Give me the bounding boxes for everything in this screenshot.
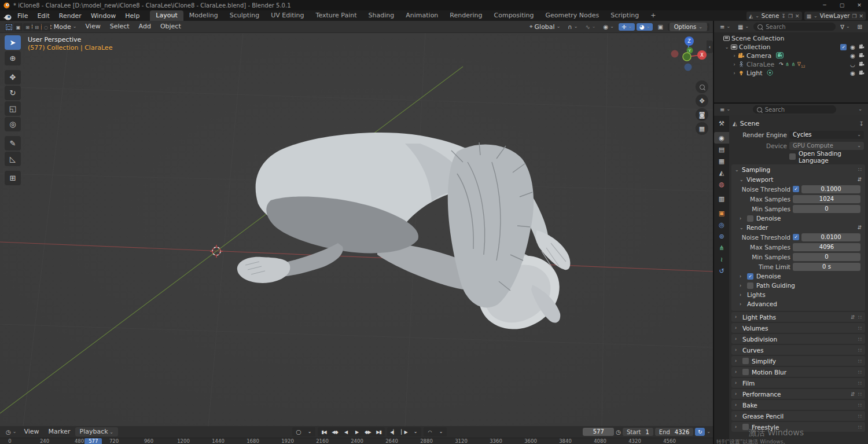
sampling-viewport-header[interactable]: ⌄ Viewport ⇵ (731, 175, 865, 184)
hide-viewport-toggle[interactable]: ◡ (850, 61, 855, 68)
outliner-item-scene-collection[interactable]: Scene Collection (714, 34, 868, 43)
perspective-toggle-button[interactable]: ▦ (696, 122, 708, 135)
next-keyframe-button[interactable]: ◆▶ (362, 428, 373, 436)
properties-search-input[interactable]: Search (753, 105, 836, 113)
select-mode-option-2[interactable]: ▣ (14, 23, 23, 31)
properties-tab-scene[interactable]: ◭ (714, 167, 729, 178)
play-reverse-button[interactable]: ◀ (340, 428, 351, 436)
hide-viewport-toggle[interactable]: ◉ (850, 44, 855, 50)
section-checkbox[interactable] (742, 369, 749, 375)
properties-options-dropdown[interactable]: ⌄ (855, 107, 865, 112)
navigation-gizmo[interactable]: Z X Y (665, 34, 709, 75)
menu-edit[interactable]: Edit (32, 12, 54, 21)
snap-toggle[interactable]: ∩ ⌄ (565, 23, 580, 31)
tab-rendering[interactable]: Rendering (444, 10, 488, 21)
expand-icon[interactable]: › (731, 71, 737, 76)
grip-icon[interactable]: ∷ (858, 380, 862, 386)
blender-icon[interactable] (3, 14, 12, 20)
maximize-button[interactable]: ▢ (833, 0, 851, 10)
menu-window[interactable]: Window (86, 12, 120, 21)
viewport-menu-select[interactable]: Select (105, 22, 134, 31)
minimize-button[interactable]: ─ (816, 0, 833, 10)
grip-icon[interactable]: ∷ (858, 325, 862, 331)
section-curves[interactable]: ›Curves∷ (731, 345, 865, 355)
section-film[interactable]: ›Film∷ (731, 378, 865, 388)
pin-icon[interactable]: ↧ (859, 120, 864, 127)
select-mode-option-5[interactable]: ◌ (42, 23, 50, 31)
grip-icon[interactable]: ∷ (858, 391, 862, 397)
properties-tab-object-data[interactable]: ⋔ (714, 242, 729, 254)
play-forward-button[interactable]: ▶ (351, 428, 362, 436)
properties-tab-collection[interactable]: ▥ (714, 193, 729, 204)
noise-threshold-checkbox[interactable]: ✓ (793, 186, 799, 192)
viewport-canvas[interactable] (0, 32, 713, 426)
stopwatch-icon[interactable]: ◷ (616, 429, 621, 435)
grip-icon[interactable]: ∷ (858, 314, 862, 320)
close-icon[interactable]: ✕ (859, 13, 863, 19)
noise-threshold-field[interactable]: 0.1000 (801, 185, 860, 193)
sampling-render-header[interactable]: ⌄ Render ⇵ (731, 223, 865, 232)
end-frame-field[interactable]: End 4326 (655, 428, 693, 436)
tab-animation[interactable]: Animation (400, 10, 444, 21)
render-engine-dropdown[interactable]: Cycles ⌄ (789, 131, 864, 139)
transform-tool[interactable]: ◎ (5, 117, 21, 131)
preset-icon[interactable]: ⇵ (857, 177, 862, 182)
annotate-tool[interactable]: ✎ (5, 136, 21, 151)
time-limit-field[interactable]: 0 s (793, 263, 860, 271)
grip-icon[interactable]: ∷ (858, 358, 862, 364)
sidebar-toggle[interactable]: › (707, 41, 713, 53)
playhead[interactable]: 577 (84, 438, 102, 444)
properties-tab-tool[interactable]: ⚒ (714, 118, 729, 129)
overlays-toggle[interactable]: ◕ ⌄ (637, 23, 653, 31)
zoom-button[interactable] (696, 80, 708, 93)
select-mode-option-4[interactable]: ⊟ (32, 23, 41, 31)
grip-icon[interactable]: ∷ (858, 424, 862, 430)
disable-render-toggle[interactable] (859, 43, 865, 51)
properties-tab-physics[interactable]: ◎ (714, 219, 729, 230)
hide-viewport-toggle[interactable]: ◉ (850, 53, 855, 59)
transform-orientation-dropdown[interactable]: ⌖ Global ⌄ (527, 23, 563, 31)
gizmo-toggle[interactable]: ✛ ⌄ (619, 23, 635, 31)
options-button[interactable]: Options ⌄ (670, 23, 707, 31)
outliner-item-claralee[interactable]: ›ClaraLee↷⋔⋔∇12◡ (714, 60, 868, 69)
jump-to-end-button[interactable]: ▶▮ (373, 428, 384, 436)
sampling-panel-header[interactable]: ⌄ Sampling ∷ (731, 164, 865, 175)
section-motion-blur[interactable]: ›Motion Blur∷ (731, 367, 865, 377)
proportional-edit-toggle[interactable]: ∿ ⌄ (582, 23, 598, 31)
object-visibility-dropdown[interactable]: ◉ ⌄ (600, 23, 616, 31)
max-samples-field[interactable]: 1024 (793, 195, 860, 203)
current-frame-field[interactable]: 577 (583, 428, 614, 436)
tab--[interactable]: + (645, 10, 661, 21)
viewport-menu-object[interactable]: Object (156, 22, 186, 31)
osl-checkbox[interactable] (789, 153, 796, 160)
render-noise-threshold-field[interactable]: 0.0100 (801, 233, 860, 241)
tab-sculpting[interactable]: Sculpting (224, 10, 265, 21)
viewport-menu-add[interactable]: Add (134, 22, 156, 31)
cursor-tool[interactable]: ⊕ (5, 51, 21, 65)
grip-icon[interactable]: ∷ (858, 413, 862, 419)
scale-tool[interactable]: ◱ (5, 101, 21, 116)
viewport-denoise-row[interactable]: › Denoise (731, 214, 865, 223)
render-denoise-checkbox[interactable]: ✓ (747, 273, 753, 280)
min-samples-field[interactable]: 0 (793, 205, 860, 213)
tab-uv-editing[interactable]: UV Editing (265, 10, 310, 21)
section-freestyle[interactable]: ›Freestyle∷ (731, 422, 865, 432)
render-noise-threshold-checkbox[interactable]: ✓ (793, 234, 799, 240)
properties-tab-world[interactable]: ◍ (714, 178, 729, 190)
section-light-paths[interactable]: ›Light Paths⇵∷ (731, 312, 865, 322)
disable-render-toggle[interactable] (859, 52, 865, 60)
prev-keyframe-button[interactable]: ◀◆ (329, 428, 340, 436)
editor-type-button[interactable]: ≡ ⌄ (717, 106, 733, 113)
section-checkbox[interactable] (742, 358, 749, 364)
axis-z-negative-handle[interactable] (685, 64, 692, 71)
tab-compositing[interactable]: Compositing (488, 10, 540, 21)
outliner-filter-dropdown[interactable]: ∇ ⌄ (837, 23, 852, 31)
lights-row[interactable]: › Lights (731, 290, 865, 299)
section-volumes[interactable]: ›Volumes∷ (731, 323, 865, 333)
outliner-item-camera[interactable]: ›Camera◉ (714, 52, 868, 60)
hide-viewport-toggle[interactable]: ◉ (850, 70, 855, 76)
grip-icon[interactable]: ∷ (858, 336, 862, 342)
device-dropdown[interactable]: GPU Compute ⌄ (789, 142, 864, 150)
section-bake[interactable]: ›Bake∷ (731, 400, 865, 410)
camera-view-button[interactable]: ◙ (696, 108, 708, 121)
